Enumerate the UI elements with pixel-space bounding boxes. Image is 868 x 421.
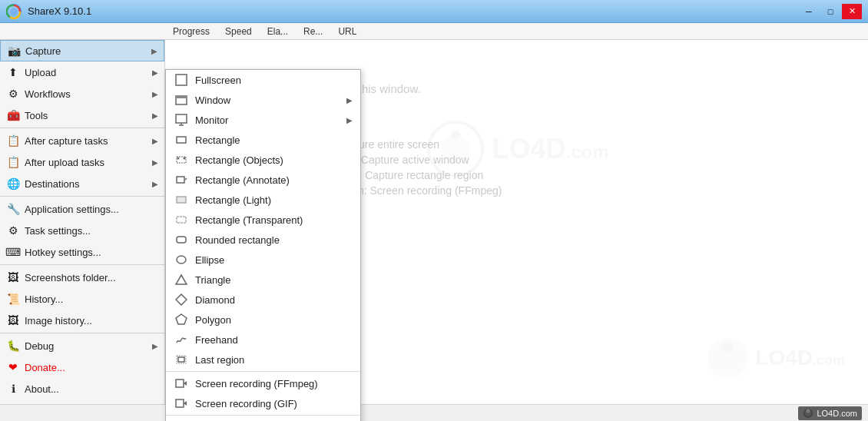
- submenu-item-auto-capture[interactable]: Auto capture...: [166, 417, 360, 421]
- polygon-label: Polygon: [195, 314, 231, 326]
- triangle-icon: [174, 272, 189, 287]
- rect-annotate-label: Rectangle (Annotate): [195, 174, 290, 186]
- svg-line-19: [185, 178, 187, 180]
- lo4d-text: LO4D.com: [817, 409, 857, 418]
- main-window: Progress Speed Ela... Re... URL 📷 Captur…: [0, 23, 868, 421]
- freehand-icon: [174, 332, 189, 347]
- lo4d-badge: LO4D.com: [798, 406, 862, 420]
- svg-rect-22: [177, 237, 186, 243]
- window-arrow: ▶: [346, 96, 353, 104]
- sidebar-item-destinations[interactable]: 🌐 Destinations ▶: [0, 173, 164, 194]
- app-settings-icon: 🔧: [6, 202, 20, 216]
- submenu-item-monitor[interactable]: Monitor ▶: [166, 110, 360, 130]
- monitor-arrow: ▶: [346, 116, 353, 124]
- svg-rect-14: [177, 137, 186, 143]
- svg-point-1: [10, 8, 18, 15]
- sidebar-item-app-settings[interactable]: 🔧 Application settings...: [0, 198, 164, 220]
- sidebar-item-debug[interactable]: 🐛 Debug ▶: [0, 335, 164, 356]
- rect-annotate-icon: [174, 172, 189, 187]
- sidebar-item-upload[interactable]: ⬆ Upload ▶: [0, 61, 164, 83]
- sidebar-divider-1: [0, 128, 164, 128]
- column-headers: Progress Speed Ela... Re... URL: [0, 23, 868, 40]
- sidebar-item-history[interactable]: 📜 History...: [0, 288, 164, 310]
- ellipse-label: Ellipse: [195, 254, 224, 266]
- submenu-item-last-region[interactable]: Last region: [166, 350, 360, 370]
- window-label: Window: [195, 94, 230, 106]
- svg-marker-24: [176, 275, 187, 284]
- destinations-label: Destinations: [25, 178, 80, 190]
- donate-icon: ❤: [6, 360, 20, 374]
- col-speed: Speed: [217, 26, 260, 37]
- sidebar-item-hotkey-settings[interactable]: ⌨ Hotkey settings...: [0, 241, 164, 263]
- sidebar-item-screenshots[interactable]: 🖼 Screenshots folder...: [0, 267, 164, 288]
- svg-point-16: [177, 157, 180, 160]
- submenu-item-rectangle[interactable]: Rectangle: [166, 130, 360, 150]
- maximize-button[interactable]: □: [820, 4, 840, 19]
- submenu-item-rect-transparent[interactable]: Rectangle (Transparent): [166, 210, 360, 230]
- sidebar-item-about[interactable]: ℹ About...: [0, 378, 164, 399]
- history-icon: 📜: [6, 292, 20, 306]
- app-icon: [6, 4, 22, 19]
- screenshots-icon: 🖼: [6, 270, 20, 284]
- tools-label: Tools: [25, 110, 48, 121]
- submenu-item-polygon[interactable]: Polygon: [166, 310, 360, 330]
- after-capture-icon: 📋: [6, 134, 20, 148]
- submenu-item-rect-objects[interactable]: Rectangle (Objects): [166, 150, 360, 170]
- task-settings-label: Task settings...: [25, 225, 91, 237]
- status-bar: LO4D.com: [0, 404, 868, 421]
- sidebar-item-capture[interactable]: 📷 Capture ▶: [0, 40, 164, 61]
- rect-objects-icon: [174, 152, 189, 167]
- submenu-item-rect-annotate[interactable]: Rectangle (Annotate): [166, 170, 360, 190]
- hotkey-settings-label: Hotkey settings...: [25, 247, 101, 258]
- svg-rect-20: [177, 197, 186, 203]
- sidebar-divider-4: [0, 333, 164, 333]
- capture-submenu: Fullscreen Window ▶ Monitor ▶ R: [165, 69, 361, 421]
- submenu-item-fullscreen[interactable]: Fullscreen: [166, 70, 360, 90]
- submenu-item-rect-light[interactable]: Rectangle (Light): [166, 190, 360, 210]
- tools-arrow: ▶: [152, 111, 158, 120]
- ellipse-icon: [174, 252, 189, 267]
- sidebar-item-after-capture[interactable]: 📋 After capture tasks ▶: [0, 130, 164, 151]
- submenu-item-freehand[interactable]: Freehand: [166, 330, 360, 350]
- submenu-item-rounded-rect[interactable]: Rounded rectangle: [166, 230, 360, 250]
- sidebar-item-tools[interactable]: 🧰 Tools ▶: [0, 104, 164, 126]
- submenu-item-screen-record-gif[interactable]: Screen recording (GIF): [166, 393, 360, 413]
- sidebar-item-after-upload[interactable]: 📋 After upload tasks ▶: [0, 151, 164, 173]
- window-icon: [174, 92, 189, 108]
- close-button[interactable]: ✕: [842, 4, 862, 19]
- donate-label: Donate...: [25, 362, 65, 373]
- debug-icon: 🐛: [6, 339, 20, 353]
- destinations-arrow: ▶: [152, 180, 158, 188]
- after-upload-icon: 📋: [6, 155, 20, 169]
- submenu-item-screen-record-ff[interactable]: Screen recording (FFmpeg): [166, 373, 360, 393]
- tools-icon: 🧰: [6, 108, 20, 122]
- workflows-label: Workflows: [25, 88, 71, 100]
- monitor-label: Monitor: [195, 114, 228, 126]
- freehand-label: Freehand: [195, 334, 238, 346]
- screen-record-ff-icon: [174, 376, 189, 391]
- diamond-label: Diamond: [195, 294, 235, 306]
- screenshots-label: Screenshots folder...: [25, 272, 116, 283]
- svg-rect-21: [177, 217, 186, 223]
- image-history-label: Image history...: [25, 315, 92, 327]
- submenu-item-diamond[interactable]: Diamond: [166, 290, 360, 310]
- capture-arrow: ▶: [151, 47, 157, 55]
- rounded-rect-label: Rounded rectangle: [195, 234, 280, 246]
- minimize-button[interactable]: ─: [799, 4, 819, 19]
- submenu-item-ellipse[interactable]: Ellipse: [166, 250, 360, 270]
- last-region-icon: [174, 352, 189, 367]
- submenu-divider-1: [166, 371, 360, 372]
- after-capture-arrow: ▶: [152, 137, 158, 145]
- screen-record-gif-icon: [174, 396, 189, 411]
- submenu-item-triangle[interactable]: Triangle: [166, 270, 360, 290]
- sidebar-item-workflows[interactable]: ⚙ Workflows ▶: [0, 83, 164, 104]
- bottom-right-watermark: LO4D.com: [704, 335, 845, 381]
- svg-rect-11: [176, 114, 187, 123]
- title-bar: ShareX 9.10.1 ─ □ ✕: [0, 0, 868, 23]
- sidebar-item-image-history[interactable]: 🖼 Image history...: [0, 310, 164, 331]
- screen-record-gif-label: Screen recording (GIF): [195, 398, 297, 409]
- last-region-label: Last region: [195, 354, 244, 366]
- submenu-item-window[interactable]: Window ▶: [166, 90, 360, 110]
- sidebar-item-donate[interactable]: ❤ Donate...: [0, 356, 164, 378]
- sidebar-item-task-settings[interactable]: ⚙ Task settings...: [0, 220, 164, 241]
